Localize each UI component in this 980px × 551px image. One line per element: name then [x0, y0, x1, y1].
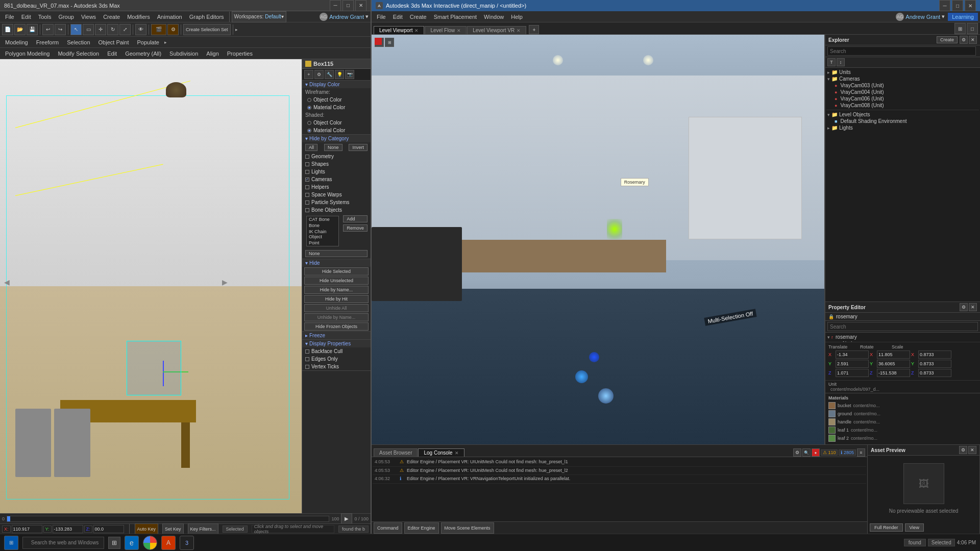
- minimize-button[interactable]: ─: [330, 0, 341, 11]
- tx-z-field[interactable]: [836, 369, 869, 377]
- explorer-close-btn[interactable]: ✕: [969, 36, 977, 44]
- hide-by-hit-btn[interactable]: Hide by Hit: [304, 295, 369, 303]
- menu-edit[interactable]: Edit: [18, 13, 34, 20]
- coord-x-field[interactable]: 110.917: [12, 525, 42, 533]
- rx-y-field[interactable]: [877, 360, 910, 368]
- save-btn[interactable]: 💾: [27, 24, 38, 35]
- tb3-geometry[interactable]: Geometry (All): [122, 50, 164, 57]
- hide-unselected-btn[interactable]: Hide Unselected: [304, 277, 369, 285]
- tb2-object-paint[interactable]: Object Paint: [95, 39, 132, 46]
- right-minimize-btn[interactable]: ─: [939, 0, 950, 11]
- rotate-btn[interactable]: ↻: [107, 24, 118, 35]
- tb2-freeform[interactable]: Freeform: [33, 39, 62, 46]
- undo-btn[interactable]: ↩: [42, 24, 54, 35]
- view-toggle-btn[interactable]: 👁: [135, 24, 146, 35]
- explorer-settings-btn[interactable]: ⚙: [960, 36, 968, 44]
- prop-tree-rosemary-root[interactable]: ▾ r rosemary: [826, 334, 979, 340]
- engine-btn[interactable]: Editor Engine: [404, 522, 439, 534]
- tb3-modify-selection[interactable]: Modify Selection: [55, 50, 102, 57]
- unhide-by-name-btn[interactable]: Unhide by Name...: [304, 313, 369, 321]
- timeline-play-btn[interactable]: ▶: [341, 513, 352, 524]
- nav-arrow-left[interactable]: ◀: [4, 278, 10, 286]
- particle-systems-check[interactable]: [305, 201, 309, 205]
- task-search-btn[interactable]: Search the web and Windows: [22, 537, 104, 549]
- auto-key-btn[interactable]: Auto Key: [135, 523, 159, 534]
- sx-x-field[interactable]: [918, 350, 951, 359]
- list-item-bone[interactable]: Bone: [307, 222, 338, 229]
- coord-y-field[interactable]: -133.283: [53, 525, 83, 533]
- tree-item-units[interactable]: ▸ 📁 Units: [826, 69, 979, 76]
- coord-z-field[interactable]: 00.0: [93, 525, 124, 533]
- tree-item-level-objects[interactable]: ▾ 📁 Level Objects: [826, 111, 979, 118]
- panel-icon-1[interactable]: +: [304, 70, 313, 79]
- tree-item-vray1[interactable]: ● VrayCam003 (Unit): [826, 82, 979, 89]
- restore-button[interactable]: □: [342, 0, 354, 11]
- select-region-btn[interactable]: ▭: [83, 24, 94, 35]
- view-btn[interactable]: View: [905, 523, 924, 532]
- bone-objects-check[interactable]: [305, 208, 309, 212]
- tree-item-vray2[interactable]: ● VrayCam004 (Unit): [826, 89, 979, 95]
- move-btn[interactable]: ✛: [95, 24, 106, 35]
- wireframe-material-radio[interactable]: [307, 106, 311, 110]
- nav-arrow-right[interactable]: ▶: [222, 278, 228, 286]
- edges-only-check[interactable]: [305, 357, 309, 361]
- list-none-btn[interactable]: None: [305, 250, 368, 257]
- right-user-dropdown[interactable]: AG Andrew Grant ▾: [896, 13, 945, 21]
- vertex-ticks-check[interactable]: [305, 365, 309, 369]
- 3d-viewport[interactable]: [+] [Perspective] [Standard] [Default Sh…: [0, 59, 302, 513]
- rmenu-window[interactable]: Window: [481, 13, 507, 20]
- prop-editor-settings-btn[interactable]: ⚙: [960, 303, 968, 311]
- list-item-ik-chain[interactable]: IK Chain Object: [307, 229, 338, 240]
- menu-animation[interactable]: Animation: [154, 13, 185, 20]
- menu-graph-editors[interactable]: Graph Editors: [186, 13, 227, 20]
- remove-btn[interactable]: Remove: [343, 224, 368, 232]
- freeze-header[interactable]: ▸ Freeze: [302, 332, 371, 339]
- redo-btn[interactable]: ↪: [55, 24, 66, 35]
- panel-icon-2[interactable]: ⚙: [314, 70, 324, 79]
- log-icon-1[interactable]: 🔍: [802, 448, 811, 457]
- set-key-btn[interactable]: Set Key: [162, 523, 184, 534]
- helpers-check[interactable]: [305, 185, 309, 189]
- log-settings-btn[interactable]: ⚙: [793, 448, 801, 457]
- tb3-polygon-modeling[interactable]: Polygon Modeling: [2, 50, 53, 57]
- tab-level-viewport-vr[interactable]: Level Viewport VR ✕: [467, 26, 526, 34]
- rx-x-field[interactable]: [877, 350, 910, 359]
- hide-frozen-btn[interactable]: Hide Frozen Objects: [304, 322, 369, 331]
- taskbar-chrome[interactable]: .: [143, 536, 157, 550]
- workspace-dropdown[interactable]: Workspaces: Default ▾: [232, 11, 286, 22]
- panel-icon-3[interactable]: 🔧: [325, 70, 334, 79]
- tab-close-1[interactable]: ✕: [457, 28, 461, 33]
- log-icon-2[interactable]: ●: [812, 448, 820, 457]
- user-dropdown[interactable]: AG Andrew Grant ▾: [320, 13, 369, 21]
- full-render-btn[interactable]: Full Render: [870, 523, 903, 532]
- maximize-panel-btn[interactable]: □: [967, 23, 978, 34]
- rmenu-edit[interactable]: Edit: [390, 13, 406, 20]
- lights-check[interactable]: [305, 170, 309, 174]
- scale-btn[interactable]: ⤢: [119, 24, 131, 35]
- space-warps-check[interactable]: [305, 193, 309, 197]
- right-3d-viewport[interactable]: Rosemary Multi-Selection Off 📷 ⊞: [372, 35, 824, 444]
- tab-close-2[interactable]: ✕: [517, 28, 521, 33]
- none-btn[interactable]: None: [324, 144, 342, 151]
- learning-btn[interactable]: Learning: [948, 13, 978, 21]
- rmenu-create[interactable]: Create: [407, 13, 430, 20]
- panel-layout-btn[interactable]: ⊞: [954, 23, 966, 34]
- rmenu-file[interactable]: File: [374, 13, 389, 20]
- filter-btn-2[interactable]: ↕: [837, 58, 845, 66]
- start-btn[interactable]: ⊞: [4, 536, 18, 550]
- menu-group[interactable]: Group: [55, 13, 77, 20]
- shapes-check[interactable]: [305, 162, 309, 166]
- hide-by-category-header[interactable]: ▾ Hide by Category: [302, 135, 371, 142]
- select-btn[interactable]: ↖: [70, 24, 82, 35]
- list-item-cat-bone[interactable]: CAT Bone: [307, 216, 338, 222]
- filter-btn-1[interactable]: T: [827, 58, 836, 66]
- tab-asset-browser[interactable]: Asset Browser: [374, 448, 418, 457]
- move-scene-btn[interactable]: Move Scene Elements: [441, 522, 494, 534]
- tb2-modeling[interactable]: Modeling: [2, 39, 31, 46]
- sx-y-field[interactable]: [918, 360, 951, 368]
- prop-editor-search-input[interactable]: [827, 322, 978, 331]
- preview-settings-btn[interactable]: ⚙: [959, 446, 967, 454]
- tb3-properties[interactable]: Properties: [224, 50, 256, 57]
- add-btn[interactable]: Add: [343, 215, 368, 222]
- key-filters-btn[interactable]: Key Filters...: [188, 523, 218, 534]
